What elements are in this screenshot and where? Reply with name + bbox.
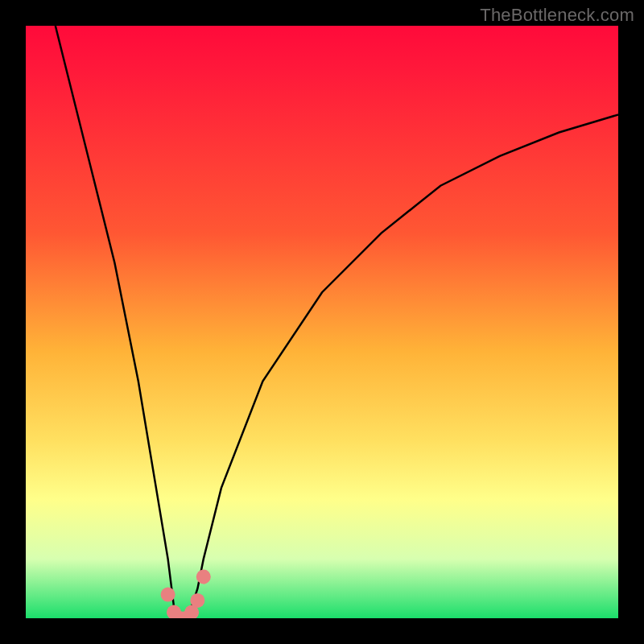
data-marker: [190, 593, 204, 608]
curve-svg: [26, 26, 618, 618]
bottleneck-curve: [56, 26, 618, 618]
chart-frame: TheBottleneck.com: [0, 0, 644, 644]
plot-area: [26, 26, 618, 618]
data-marker: [161, 588, 175, 602]
watermark-text: TheBottleneck.com: [480, 5, 634, 26]
data-marker: [196, 570, 211, 584]
